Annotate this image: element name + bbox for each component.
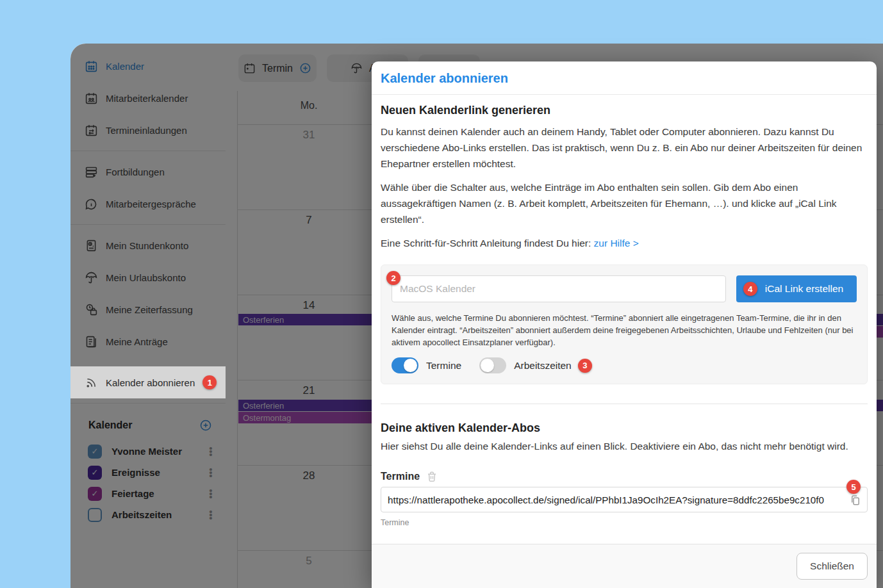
- section-divider: [381, 404, 868, 404]
- generate-panel: 2 4 iCal Link erstellen Wähle aus, welch…: [381, 265, 868, 384]
- delete-abo-icon[interactable]: [426, 471, 438, 482]
- abo-url-field[interactable]: https://nattlerapotheke.apocollect.de/si…: [381, 487, 868, 512]
- active-abos-heading: Deine aktiven Kalender-Abos: [381, 421, 868, 435]
- help-prefix: Eine Schritt-für-Schritt Anleitung finde…: [381, 238, 594, 249]
- tour-step-3-badge: 3: [578, 359, 592, 373]
- generate-section-heading: Neuen Kalenderlink generieren: [381, 104, 868, 117]
- toggle-row: Termine Arbeitszeiten 3: [392, 357, 857, 373]
- modal-header: Kalender abonnieren: [372, 61, 877, 95]
- tour-step-1-badge: 1: [202, 375, 217, 389]
- help-link[interactable]: zur Hilfe >: [594, 238, 639, 249]
- sidebar-item-label: Kalender abonnieren: [106, 377, 195, 388]
- abo-name-input[interactable]: [392, 275, 726, 302]
- generate-paragraph-2: Wähle über die Schalter aus, welche Eint…: [381, 179, 868, 227]
- create-ical-link-label: iCal Link erstellen: [765, 283, 843, 295]
- panel-note: Wähle aus, welche Termine Du abonnieren …: [392, 312, 857, 348]
- toggle-knob: [404, 359, 417, 372]
- kalender-abonnieren-modal: Kalender abonnieren Neuen Kalenderlink g…: [372, 61, 877, 588]
- rss-icon: [85, 376, 98, 389]
- help-paragraph: Eine Schritt-für-Schritt Anleitung finde…: [381, 235, 868, 251]
- copy-icon[interactable]: [850, 494, 861, 507]
- generate-paragraph-1: Du kannst deinen Kalender auch an deinem…: [381, 124, 868, 172]
- toggle-knob: [481, 359, 494, 372]
- termine-toggle[interactable]: [392, 357, 418, 373]
- sidebar-item-kalender-abonnieren[interactable]: Kalender abonnieren 1: [70, 366, 226, 398]
- abo-row: Termine: [381, 471, 868, 482]
- close-button[interactable]: Schließen: [796, 553, 868, 580]
- termine-toggle-label: Termine: [426, 360, 461, 372]
- generate-row: 2 4 iCal Link erstellen: [392, 275, 857, 302]
- create-ical-link-button[interactable]: 4 iCal Link erstellen: [736, 275, 857, 302]
- arbeitszeiten-toggle[interactable]: [479, 357, 506, 373]
- tour-step-2-badge: 2: [386, 271, 400, 285]
- abo-name: Termine: [381, 471, 420, 482]
- abo-url-caption: Termine: [381, 518, 868, 527]
- modal-footer: Schließen: [372, 544, 877, 588]
- tour-step-5-badge: 5: [846, 480, 861, 494]
- arbeitszeiten-toggle-label: Arbeitszeiten: [514, 360, 572, 372]
- active-abos-description: Hier siehst Du alle deine Kalender-Links…: [381, 438, 868, 454]
- abo-url: https://nattlerapotheke.apocollect.de/si…: [388, 494, 824, 505]
- tour-step-4-badge: 4: [743, 282, 757, 296]
- modal-body: Neuen Kalenderlink generieren Du kannst …: [372, 95, 877, 544]
- modal-title: Kalender abonnieren: [381, 71, 868, 86]
